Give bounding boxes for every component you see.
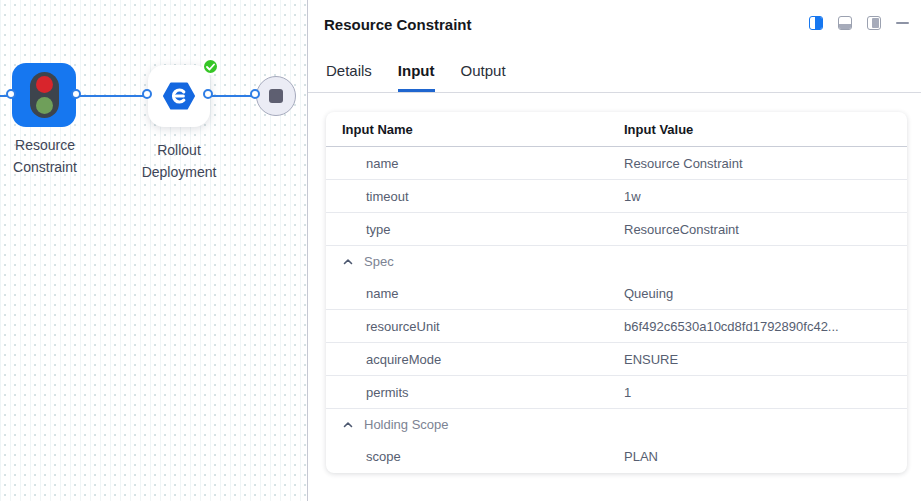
table-row: resourceUnit b6f492c6530a10cd8fd1792890f… xyxy=(326,310,907,343)
port-node2-in[interactable] xyxy=(142,89,152,99)
node-label-resource-constraint: Resource Constraint xyxy=(0,134,93,178)
port-node2-out[interactable] xyxy=(203,89,213,99)
table-row: type ResourceConstraint xyxy=(326,213,907,246)
tab-details[interactable]: Details xyxy=(326,62,372,92)
table-row: timeout 1w xyxy=(326,180,907,213)
dock-bottom-icon[interactable] xyxy=(838,16,852,30)
column-header-input-value: Input Value xyxy=(624,122,891,137)
traffic-light-icon xyxy=(30,72,59,118)
node-end[interactable] xyxy=(256,76,296,116)
table-row: name Queuing xyxy=(326,277,907,310)
workflow-canvas[interactable]: Resource Constraint Rollout Deployment xyxy=(0,0,307,501)
dock-right-icon[interactable] xyxy=(809,16,823,30)
table-row: acquireMode ENSURE xyxy=(326,343,907,376)
column-header-input-name: Input Name xyxy=(342,122,624,137)
panel-title: Resource Constraint xyxy=(324,16,472,33)
panel-controls xyxy=(809,16,909,30)
node-label-rollout-deployment: Rollout Deployment xyxy=(131,139,227,183)
detail-panel: Resource Constraint Details Input Output… xyxy=(307,0,921,501)
success-check-icon xyxy=(202,58,219,75)
table-row: permits 1 xyxy=(326,376,907,409)
traffic-green-light xyxy=(36,97,53,114)
panel-header: Resource Constraint xyxy=(308,0,921,48)
port-end-in[interactable] xyxy=(250,89,260,99)
port-node1-in[interactable] xyxy=(6,89,16,99)
traffic-red-light xyxy=(36,76,53,93)
tab-bar: Details Input Output xyxy=(308,48,921,93)
group-row-spec[interactable]: Spec xyxy=(326,246,907,277)
node-rollout-deployment[interactable] xyxy=(148,65,210,127)
tab-input[interactable]: Input xyxy=(398,62,435,92)
minimize-icon[interactable] xyxy=(896,22,909,24)
group-row-holding-scope[interactable]: Holding Scope xyxy=(326,409,907,440)
table-row: scope PLAN xyxy=(326,440,907,473)
table-header-row: Input Name Input Value xyxy=(326,112,907,147)
input-table-card: Input Name Input Value name Resource Con… xyxy=(326,112,907,473)
chevron-up-icon[interactable] xyxy=(342,419,354,431)
rollout-hexagon-icon xyxy=(163,82,195,110)
node-resource-constraint[interactable] xyxy=(12,63,76,127)
chevron-up-icon[interactable] xyxy=(342,256,354,268)
tab-output[interactable]: Output xyxy=(461,62,506,92)
edge-node1-node2 xyxy=(77,95,149,97)
table-row: name Resource Constraint xyxy=(326,147,907,180)
dock-float-icon[interactable] xyxy=(867,16,881,30)
stop-square-icon xyxy=(269,89,283,103)
port-node1-out[interactable] xyxy=(71,89,81,99)
